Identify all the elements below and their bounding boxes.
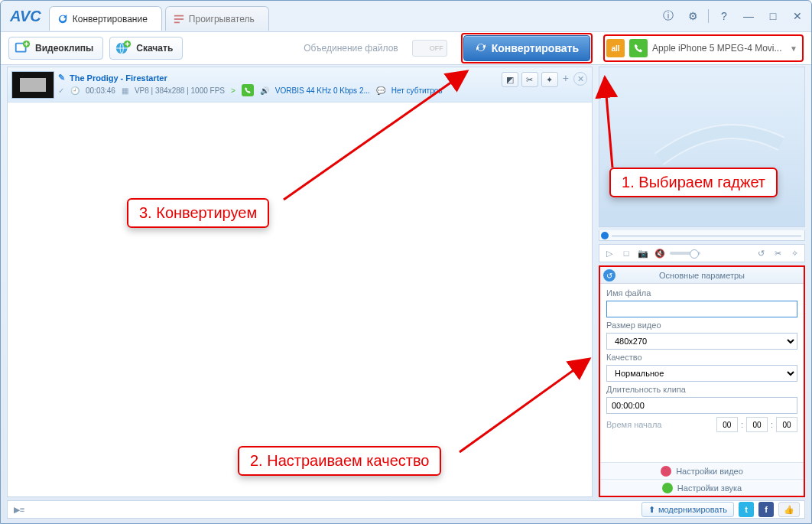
app-logo: AVC [10, 8, 41, 25]
callout-2-text: 2. Настраиваем качество [250, 452, 429, 469]
clip-title: The Prodigy - Firestarter [70, 73, 167, 83]
arrow-icon: > [231, 86, 235, 95]
twitter-icon[interactable]: t [739, 502, 754, 517]
convert-highlight: Конвертировать [461, 33, 593, 63]
video-settings-section[interactable]: Настройки видео [600, 462, 804, 479]
tab-player[interactable]: Проигрыватель [165, 6, 269, 31]
profile-name[interactable]: Apple iPhone 5 MPEG-4 Movi... [652, 43, 782, 54]
statusbar: ▶≡ ⬆ модернизировать t f 👍 [7, 500, 805, 519]
remove-clip-icon[interactable]: ✕ [573, 72, 587, 86]
gear-icon[interactable]: ⚙ [684, 8, 702, 24]
chevron-down-icon[interactable]: ▼ [790, 44, 797, 53]
play-icon[interactable]: ▷ [603, 246, 616, 260]
filmstrip-icon [651, 121, 789, 174]
video-settings-label: Настройки видео [676, 467, 743, 476]
add-clips-button[interactable]: Видеоклипы [8, 37, 103, 60]
sync-icon [475, 41, 487, 56]
clip-subs: Нет субтитров [391, 86, 443, 95]
reset-icon[interactable]: ↺ [603, 269, 615, 282]
window-controls: ⓘ ⚙ ? — □ ✕ [659, 8, 807, 24]
mute-icon[interactable]: 🔇 [653, 246, 667, 260]
start-m[interactable] [746, 417, 768, 432]
start-s[interactable] [776, 417, 797, 432]
pencil-icon[interactable]: ✎ [58, 73, 65, 83]
help-icon[interactable]: ? [715, 8, 733, 24]
upgrade-button[interactable]: ⬆ модернизировать [641, 502, 734, 517]
close-button[interactable]: ✕ [788, 8, 807, 24]
download-button[interactable]: Скачать [109, 37, 183, 60]
add-icon[interactable]: + [563, 72, 569, 84]
divider [708, 9, 709, 23]
clip-meta: ✓ 🕘 00:03:46 ▦ VP8 | 384x288 | 1000 FPS … [58, 84, 502, 96]
quality-select[interactable]: Нормальное [606, 365, 797, 382]
app-window: AVC Конвертирование Проигрыватель ⓘ ⚙ ? … [0, 0, 812, 524]
up-arrow-icon: ⬆ [648, 505, 655, 515]
like-icon[interactable]: 👍 [778, 502, 800, 517]
off-text: OFF [430, 44, 443, 52]
filename-input[interactable] [606, 301, 797, 317]
audio-settings-section[interactable]: Настройки звука [600, 479, 804, 496]
callout-3-text: 3. Конвертируем [139, 204, 257, 221]
upgrade-label: модернизировать [658, 505, 727, 514]
seek-bar[interactable] [599, 230, 805, 241]
preview-controls: ▷ □ 📷 🔇 ↺ ✂ ✧ [599, 244, 805, 262]
tab-player-label: Проигрыватель [189, 14, 255, 24]
crop-icon[interactable]: ◩ [502, 72, 518, 87]
start-label: Время начала [606, 420, 713, 429]
effects-icon[interactable]: ✦ [541, 72, 558, 87]
info-icon[interactable]: ⓘ [659, 8, 677, 24]
video-dot-icon [661, 466, 671, 477]
start-h[interactable] [716, 417, 738, 432]
facebook-icon[interactable]: f [758, 502, 774, 517]
params-highlight: ↺ Основные параметры Имя файла Размер ви… [599, 265, 805, 497]
svg-rect-0 [174, 15, 184, 16]
cut2-icon[interactable]: ✂ [771, 246, 784, 260]
clip-actions: ◩ ✂ ✦ + ✕ [502, 67, 592, 102]
params-header: ↺ Основные параметры [600, 267, 804, 284]
rotate-icon[interactable]: ↺ [754, 246, 768, 260]
subs-icon: 💬 [376, 86, 385, 95]
params-body: Имя файла Размер видео 480x270 Качество … [600, 284, 804, 462]
quality-label: Качество [606, 353, 797, 362]
duration-input[interactable] [606, 397, 797, 414]
size-select[interactable]: 480x270 [606, 333, 797, 350]
callout-2: 2. Настраиваем качество [238, 446, 441, 476]
volume-slider[interactable] [670, 252, 700, 255]
snapshot-icon[interactable]: 📷 [636, 246, 650, 260]
audio-dot-icon [662, 483, 673, 493]
profile-highlight: all Apple iPhone 5 MPEG-4 Movi... ▼ [603, 34, 804, 62]
preview-area[interactable] [599, 67, 805, 227]
playlist-icon[interactable]: ▶≡ [12, 503, 26, 516]
clip-row[interactable]: ✎ The Prodigy - Firestarter ✓ 🕘 00:03:46… [8, 67, 592, 103]
toolbar: Видеоклипы Скачать Объединение файлов OF… [1, 31, 811, 65]
seek-handle[interactable] [601, 232, 609, 239]
clip-duration: 00:03:46 [86, 86, 115, 95]
all-devices-badge[interactable]: all [606, 39, 625, 57]
phone-icon[interactable] [629, 39, 648, 57]
tab-convert-label: Конвертирование [73, 14, 148, 24]
fx-icon[interactable]: ✧ [788, 246, 801, 260]
tab-convert[interactable]: Конвертирование [49, 6, 162, 31]
convert-button[interactable]: Конвертировать [463, 35, 590, 61]
clip-thumbnail[interactable] [11, 71, 54, 99]
film-plus-icon [14, 40, 31, 57]
merge-label: Объединение файлов [304, 43, 398, 54]
titlebar: AVC Конвертирование Проигрыватель ⓘ ⚙ ? … [1, 1, 811, 31]
refresh-icon [57, 14, 68, 24]
check-icon[interactable]: ✓ [58, 86, 64, 95]
maximize-button[interactable]: □ [764, 8, 782, 24]
clip-title-row: ✎ The Prodigy - Firestarter [58, 73, 502, 83]
stop-icon[interactable]: □ [619, 246, 633, 260]
download-label: Скачать [136, 43, 173, 54]
clip-audio: VORBIS 44 KHz 0 Kbps 2... [275, 86, 370, 95]
cut-icon[interactable]: ✂ [521, 72, 538, 87]
merge-toggle[interactable]: OFF [412, 40, 447, 57]
right-panel: ▷ □ 📷 🔇 ↺ ✂ ✧ ↺ Основные параметры Имя ф… [599, 67, 805, 497]
callout-3: 3. Конвертируем [127, 198, 269, 228]
callout-1-text: 1. Выбираем гаджет [622, 174, 765, 190]
duration-label: Длительность клипа [606, 385, 797, 394]
minimize-button[interactable]: — [739, 8, 758, 24]
size-label: Размер видео [606, 321, 797, 330]
speaker-icon: 🔊 [260, 86, 269, 95]
svg-rect-2 [174, 21, 180, 23]
